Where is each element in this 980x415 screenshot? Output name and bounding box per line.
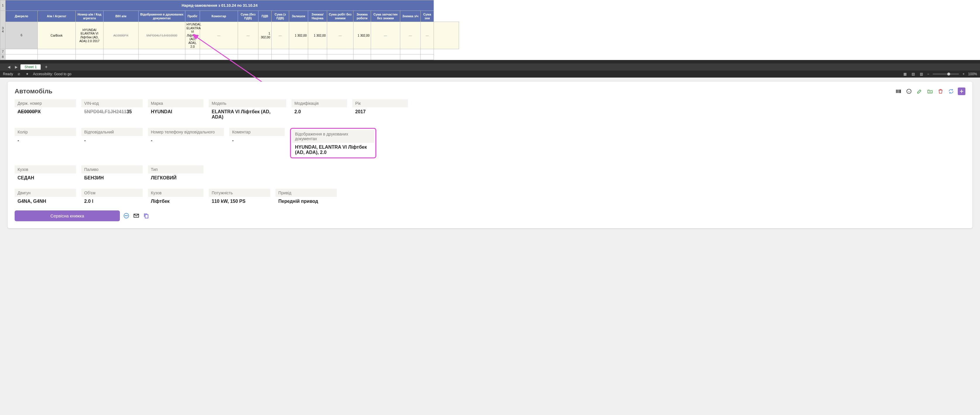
value-mod: 2.0	[291, 108, 347, 116]
col-comment[interactable]: Коментар	[200, 11, 238, 22]
field-body2: Кузов Ліфтбек	[148, 189, 204, 205]
sheet-scroll[interactable]: 1 Наряд-замовлення з 01.10.24 по 31.10.2…	[0, 0, 980, 60]
folder-add-icon[interactable]	[926, 88, 934, 95]
cell-sum-vat[interactable]: 1 302,00	[289, 22, 308, 49]
svg-point-5	[127, 215, 128, 216]
cell-mileage[interactable]: —	[200, 22, 238, 49]
view-break-icon[interactable]: ▥	[919, 72, 924, 76]
value-body2: Ліфтбек	[148, 198, 204, 205]
row-header[interactable]: 7	[0, 49, 6, 54]
add-button[interactable]	[958, 88, 966, 95]
field-phone: Номер телефону відповідального -	[148, 128, 224, 158]
value-engine: G4NA, G4NH	[14, 198, 76, 205]
zoom-slider[interactable]	[933, 73, 959, 75]
label-body: Кузов	[14, 165, 76, 174]
col-work-disc[interactable]: Знижка роботи	[353, 11, 371, 22]
add-sheet-button[interactable]: +	[42, 64, 50, 70]
field-color: Колір -	[14, 128, 76, 158]
field-display-highlighted: Відображення в друкованих документах HYU…	[290, 128, 376, 158]
status-accessibility: Accessibility: Good to go	[33, 72, 72, 76]
view-normal-icon[interactable]: ▦	[902, 72, 907, 76]
col-balance[interactable]: Залишок	[289, 11, 308, 22]
col-sum-vat[interactable]: Сума (з ПДВ)	[272, 11, 289, 22]
cell-sum-novat[interactable]: 1 302,00	[258, 22, 272, 49]
spreadsheet-container: 1 Наряд-замовлення з 01.10.24 по 31.10.2…	[0, 0, 980, 78]
row-header[interactable]: 1	[0, 0, 6, 11]
field-resp: Відповідальний -	[81, 128, 143, 158]
col-mileage[interactable]: Пробіг	[185, 11, 200, 22]
delete-icon[interactable]	[937, 88, 944, 95]
accessibility-icon[interactable]: ✦	[25, 72, 30, 76]
cell-display[interactable]: HYUNDAI, ELANTRA VI Ліфтбек (AD, ADA), 2…	[185, 22, 200, 49]
edit-icon[interactable]	[916, 88, 923, 95]
cell-sum-disc[interactable]	[434, 22, 459, 49]
cell-work-disc[interactable]: —	[371, 22, 400, 49]
label-engine: Двигун	[14, 189, 76, 197]
col-vin[interactable]: ВІН а/м	[103, 11, 138, 22]
label-comment: Коментар	[229, 128, 285, 136]
cell-comment[interactable]: —	[238, 22, 258, 49]
fields-grid: Держ. номер AE0000PX VIN-код 5NPD04LF1JH…	[14, 99, 966, 205]
col-parts-disc[interactable]: Знижка з/ч	[400, 11, 421, 22]
label-plate: Держ. номер	[14, 99, 76, 107]
col-parts-sum[interactable]: Сума запчастин без знижки	[371, 11, 400, 22]
service-book-button[interactable]: Сервісна книжка	[14, 211, 120, 221]
copy-icon[interactable]	[143, 212, 150, 219]
value-display: HYUNDAI, ELANTRA VI Ліфтбек (AD, ADA), 2…	[292, 144, 374, 156]
col-vat[interactable]: ПДВ	[258, 11, 272, 22]
cell-vat[interactable]: —	[272, 22, 289, 49]
sheet-tab[interactable]: Sheet 1	[21, 64, 41, 70]
cell-plate[interactable]: AE0000PX	[103, 22, 138, 49]
barcode-icon[interactable]	[895, 88, 902, 95]
cell-balance[interactable]: 1 302,00	[308, 22, 327, 49]
zoom-level[interactable]: 100%	[968, 72, 977, 76]
sheet-title[interactable]: Наряд-замовлення з 01.10.24 по 31.10.24	[6, 0, 434, 11]
col-work-sum[interactable]: Сума робіт без знижки	[327, 11, 353, 22]
refresh-icon[interactable]	[947, 88, 955, 95]
cell-discount[interactable]: —	[327, 22, 353, 49]
field-brand: Марка HYUNDAI	[148, 99, 204, 121]
card-footer: Сервісна книжка	[14, 211, 966, 221]
vehicle-card: Автомобіль Держ. номер AE0000PX VIN-код …	[8, 81, 972, 228]
value-drive: Передній привод	[275, 198, 337, 205]
tab-prev-button[interactable]: ◀	[6, 65, 12, 69]
col-plate[interactable]: Номер а/м / Код агрегата	[76, 11, 103, 22]
label-power: Потужність	[209, 189, 270, 197]
value-plate: AE0000PX	[14, 108, 76, 116]
blank-row: 7	[0, 49, 459, 54]
field-comment: Коментар -	[229, 128, 285, 158]
field-plate: Держ. номер AE0000PX	[14, 99, 76, 121]
row-header[interactable]: 34	[0, 11, 6, 49]
cell-vin[interactable]: 5NPD04LF1JH010000	[138, 22, 185, 49]
col-source[interactable]: Джерело	[6, 11, 38, 22]
cell-parts-sum[interactable]: —	[400, 22, 421, 49]
row-header[interactable]: 6	[6, 22, 38, 49]
view-page-icon[interactable]: ▤	[911, 72, 915, 76]
cell-parts-disc[interactable]: —	[421, 22, 434, 49]
field-power: Потужність 110 kW, 150 PS	[209, 189, 270, 205]
field-volume: Об'єм 2.0 l	[81, 189, 143, 205]
col-display[interactable]: Відображення в друкованих документах	[138, 11, 185, 22]
mail-icon[interactable]	[133, 212, 140, 219]
cell-vehicle[interactable]: HYUNDAI ELANTRA VI Ліфтбек (AD, ADA) 2.0…	[76, 22, 103, 49]
sheet-tabs-bar: ◀ ▶ Sheet 1 +	[0, 64, 980, 70]
row-header[interactable]: 8	[0, 54, 6, 60]
chat-icon[interactable]	[123, 212, 130, 219]
zoom-in-button[interactable]: +	[963, 72, 964, 76]
col-sum-novat[interactable]: Сума (без ПДВ)	[238, 11, 258, 22]
zoom-out-button[interactable]: −	[927, 72, 929, 76]
macro-icon[interactable]: ⎚	[17, 72, 21, 76]
svg-point-3	[125, 215, 126, 216]
label-resp: Відповідальний	[81, 128, 143, 136]
cell-source[interactable]: CarBook	[38, 22, 76, 49]
value-color: -	[14, 137, 76, 144]
info-icon[interactable]	[905, 88, 913, 95]
tab-next-button[interactable]: ▶	[13, 65, 19, 69]
col-discount[interactable]: Знижка/ Націнка	[308, 11, 327, 22]
col-vehicle[interactable]: А/м / Агрегат	[38, 11, 76, 22]
col-sum-disc[interactable]: Сума зни	[421, 11, 434, 22]
card-toolbar	[895, 88, 966, 95]
svg-point-4	[126, 215, 127, 216]
value-power: 110 kW, 150 PS	[209, 198, 270, 205]
cell-work-sum[interactable]: 1 302,00	[353, 22, 371, 49]
